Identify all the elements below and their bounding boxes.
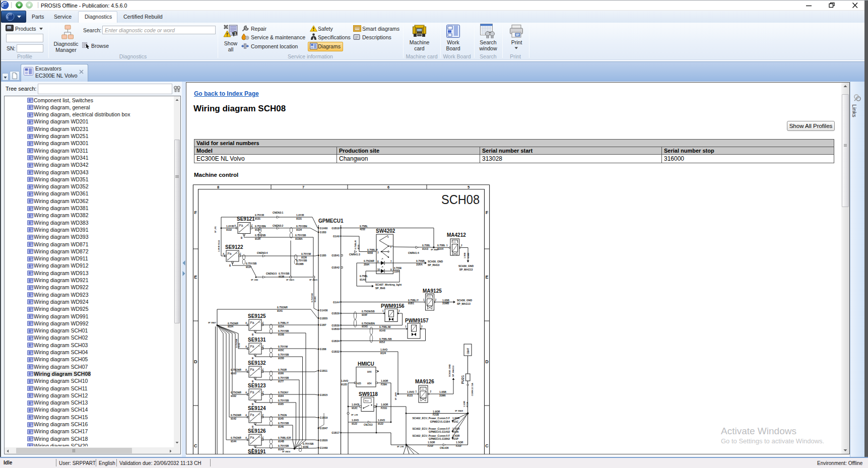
svg-text:9136: 9136	[301, 256, 307, 259]
svg-text:0.75BL: 0.75BL	[360, 225, 368, 228]
svg-text:1.0SB: 1.0SB	[439, 390, 446, 393]
svg-text:6: 6	[387, 185, 389, 189]
svg-text:C: C	[262, 346, 264, 348]
svg-text:Pa: Pa	[250, 390, 254, 394]
svg-text:A: A	[245, 346, 247, 348]
svg-text:9131: 9131	[296, 217, 302, 220]
svg-text:G1A69: G1A69	[320, 446, 328, 449]
svg-text:C: C	[262, 322, 264, 324]
svg-text:G1B33: G1B33	[331, 327, 340, 330]
svg-text:31M6: 31M6	[439, 394, 446, 397]
svg-text:G1B11: G1B11	[320, 369, 328, 372]
svg-text:G1B7: G1B7	[320, 323, 326, 326]
svg-text:0.75Y/SB: 0.75Y/SB	[311, 293, 313, 302]
svg-text:9145: 9145	[278, 417, 284, 420]
svg-text:10: 10	[377, 269, 380, 271]
svg-text:GPMECU1: GPMECU1	[318, 218, 344, 224]
svg-text:G1B41: G1B41	[331, 254, 340, 257]
svg-text:9134: 9134	[255, 228, 260, 231]
svg-text:9166: 9166	[278, 372, 284, 375]
svg-text:31R4: 31R4	[394, 271, 399, 273]
svg-text:1.0Y/R: 1.0Y/R	[296, 214, 304, 217]
svg-text:F: F	[486, 210, 489, 215]
svg-text:SP_RH6: SP_RH6	[375, 287, 385, 290]
svg-text:A: A	[223, 253, 225, 255]
svg-text:CNRH1:4: CNRH1:4	[408, 251, 419, 254]
svg-text:9138A: 9138A	[295, 237, 303, 240]
svg-text:K1: K1	[422, 388, 425, 390]
svg-text:1.0VO: 1.0VO	[341, 379, 348, 382]
svg-text:9146: 9146	[278, 425, 284, 428]
svg-text:F21F: F21F	[428, 444, 434, 447]
svg-text:0.75Y/BN: 0.75Y/BN	[296, 225, 307, 228]
svg-text:1.5OR: 1.5OR	[452, 427, 460, 430]
svg-text:1+: 1+	[258, 321, 260, 323]
svg-text:Pa: Pa	[250, 345, 254, 348]
svg-text:1.5OR: 1.5OR	[452, 434, 460, 437]
svg-text:F21B: F21B	[433, 413, 439, 416]
svg-text:B: B	[252, 333, 254, 336]
svg-text:1.0VO: 1.0VO	[352, 419, 359, 422]
svg-text:SW4202: SW4202	[376, 228, 395, 234]
svg-text:A: A	[245, 414, 247, 417]
svg-text:1+: 1+	[258, 368, 260, 370]
svg-text:SP_MAG13: SP_MAG13	[459, 268, 473, 271]
svg-text:9123: 9123	[407, 394, 413, 397]
svg-text:1.0SB: 1.0SB	[463, 252, 466, 258]
svg-text:SCH30_GND: SCH30_GND	[428, 260, 443, 263]
svg-text:SW9118: SW9118	[359, 391, 378, 397]
svg-text:0.75BL/SB: 0.75BL/SB	[379, 338, 392, 341]
svg-text:0.75Y/SB: 0.75Y/SB	[295, 234, 306, 237]
svg-text:GPMECU1.G1B62: GPMECU1.G1B62	[429, 437, 450, 440]
svg-text:4233: 4233	[367, 251, 373, 254]
svg-text:1.0Y/R: 1.0Y/R	[226, 225, 234, 228]
svg-text:1.0VO: 1.0VO	[352, 403, 359, 406]
svg-text:MA4212: MA4212	[447, 232, 466, 238]
svg-text:G1B5: G1B5	[320, 254, 326, 257]
svg-text:9142: 9142	[231, 417, 236, 420]
svg-text:1.0Y/R 9133: 1.0Y/R 9133	[218, 240, 220, 252]
svg-text:0.75Y/W: 0.75Y/W	[301, 252, 311, 255]
svg-text:C: C	[262, 437, 264, 439]
svg-text:915F: 915F	[362, 313, 367, 316]
svg-text:915G: 915G	[362, 325, 368, 328]
svg-text:9162: 9162	[231, 394, 236, 397]
svg-text:9132: 9132	[226, 228, 232, 231]
svg-text:PWM9156: PWM9156	[381, 303, 405, 309]
svg-text:914A: 914A	[278, 448, 284, 451]
svg-text:G1A58: G1A58	[320, 309, 328, 312]
svg-text:C: C	[485, 443, 489, 448]
svg-text:E: E	[485, 275, 488, 280]
svg-text:MA9126: MA9126	[415, 379, 434, 384]
svg-text:1.0SB: 1.0SB	[442, 299, 449, 302]
svg-text:Pa: Pa	[250, 368, 254, 371]
svg-text:0.75BL/GR: 0.75BL/GR	[278, 436, 291, 439]
svg-text:Pa: Pa	[239, 224, 243, 227]
svg-text:1+: 1+	[236, 252, 238, 254]
svg-text:8: 8	[217, 185, 219, 189]
svg-text:SE9123: SE9123	[248, 383, 266, 388]
svg-text:G1B17: G1B17	[331, 431, 340, 434]
svg-text:1+: 1+	[258, 414, 260, 416]
svg-text:G1B42: G1B42	[331, 266, 340, 269]
svg-text:0.75SB: 0.75SB	[416, 259, 425, 262]
svg-text:SP_LH8: SP_LH8	[397, 446, 404, 448]
svg-text:0.75GNR: 0.75GNR	[235, 339, 238, 348]
svg-text:G1B8: G1B8	[320, 348, 326, 351]
svg-text:2: 2	[430, 390, 432, 393]
svg-text:SE9132: SE9132	[248, 360, 266, 366]
svg-text:1.0VO: 1.0VO	[378, 419, 385, 422]
svg-text:SCH02_ECU_Power_Comm:5 F: SCH02_ECU_Power_Comm:5 F	[413, 434, 450, 437]
svg-text:1+: 1+	[258, 345, 260, 347]
svg-text:F21G: F21G	[381, 407, 387, 410]
svg-text:8: 8	[377, 260, 379, 263]
svg-text:1: 1	[405, 325, 407, 328]
svg-text:G1B29: G1B29	[331, 312, 340, 315]
svg-text:0.75GNR: 0.75GNR	[231, 391, 241, 394]
svg-text:3594: 3594	[364, 263, 369, 266]
svg-text:9177: 9177	[278, 380, 284, 383]
svg-text:915C: 915C	[278, 349, 284, 352]
svg-text:CNLH36: CNLH36	[440, 447, 449, 449]
svg-text:31MB: 31MB	[467, 253, 470, 258]
svg-text:GPMECU1.G1B4: GPMECU1.G1B4	[430, 420, 450, 423]
